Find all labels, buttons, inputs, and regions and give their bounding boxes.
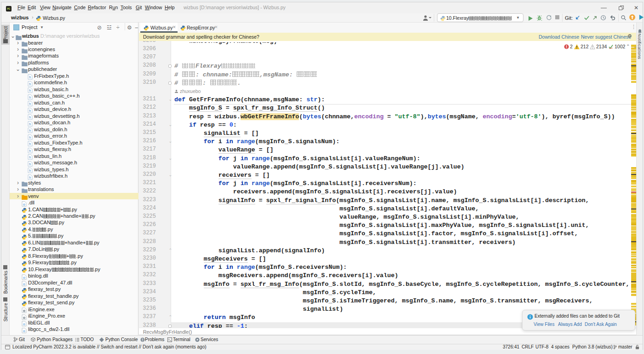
svg-text:h: h (29, 96, 31, 99)
svg-text:h: h (29, 122, 31, 126)
svg-text:h: h (29, 82, 31, 86)
svg-text:h: h (29, 169, 31, 172)
svg-text:h: h (29, 109, 31, 112)
svg-text:h: h (29, 162, 31, 166)
svg-text:h: h (29, 89, 31, 92)
svg-text:h: h (29, 156, 31, 159)
svg-text:h: h (29, 75, 31, 79)
svg-text:h: h (29, 142, 31, 145)
svg-text:h: h (29, 129, 31, 132)
svg-text:h: h (29, 102, 31, 105)
svg-text:h: h (29, 136, 31, 139)
svg-text:h: h (29, 149, 31, 152)
svg-text:h: h (29, 116, 31, 119)
svg-text:h: h (29, 176, 31, 179)
